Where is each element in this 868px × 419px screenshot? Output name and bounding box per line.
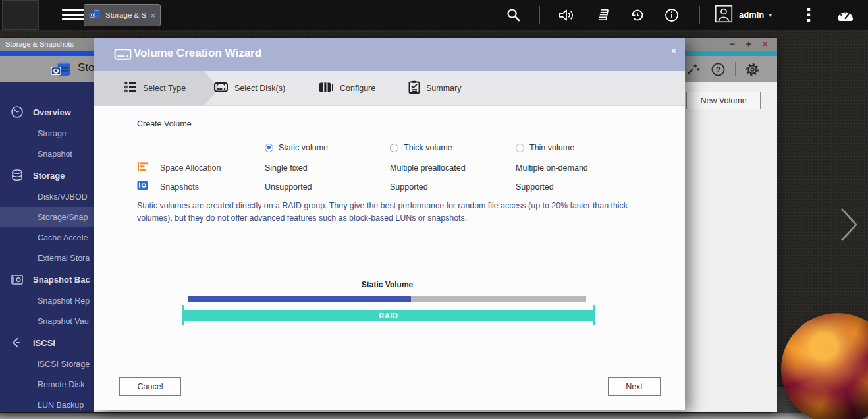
more-options-icon[interactable] (806, 7, 811, 23)
radio-thin-volume[interactable] (516, 144, 524, 152)
sidebar-item-cache-acceleration[interactable]: Cache Accele (0, 227, 94, 248)
wizard-icon[interactable] (685, 62, 700, 80)
background-tasks-icon[interactable] (630, 7, 645, 23)
snapshots-label: Snapshots (160, 182, 199, 192)
topbar-separator (539, 6, 540, 24)
sidebar-item-snapshot-overview[interactable]: Snapshot (0, 144, 94, 164)
wizard-content: Create Volume Static volume Thick volume… (94, 105, 685, 410)
maximize-button[interactable]: + (746, 40, 751, 49)
database-icon (11, 169, 24, 182)
sidebar-item-lun-backup[interactable]: LUN Backup (0, 395, 94, 412)
next-desktop-page-icon[interactable] (838, 205, 860, 244)
thick-snapshots: Supported (390, 182, 428, 192)
storage-app-icon (50, 58, 72, 83)
raid-cap-right (593, 305, 595, 325)
sidebar-item-storage-overview[interactable]: Storage (0, 123, 94, 144)
tab-app-icon (89, 8, 101, 23)
snapshots-icon (137, 181, 148, 193)
space-allocation-icon (137, 161, 148, 175)
window-title: Storage & Snapshots (0, 40, 74, 48)
next-button[interactable]: Next (608, 377, 661, 396)
settings-gear-icon[interactable] (745, 62, 760, 80)
volume-type-description: Static volumes are created directly on a… (137, 200, 630, 225)
tab-close-icon[interactable]: × (150, 11, 155, 20)
option-thin-volume[interactable]: Thin volume (516, 143, 574, 152)
info-icon[interactable] (664, 7, 680, 23)
desktop-floor (0, 413, 868, 419)
radio-static-volume[interactable] (265, 144, 273, 152)
volume-fill (188, 296, 411, 302)
sidebar-item-snapshot-replica[interactable]: Snapshot Rep (0, 291, 94, 311)
app-tab-storage-snapshots[interactable]: Storage & Sna... × (84, 4, 161, 26)
volume-usage-bar (188, 296, 586, 302)
option-thick-volume[interactable]: Thick volume (390, 143, 452, 152)
dialog-close-icon[interactable]: × (670, 45, 677, 57)
sidebar-item-remote-disk[interactable]: Remote Disk (0, 374, 94, 395)
diagram-volume-label: Static Volume (188, 280, 586, 289)
create-volume-label: Create Volume (137, 119, 192, 128)
raid-icon (319, 81, 334, 96)
sidebar-item-overview[interactable]: Overview (0, 101, 94, 123)
step-select-disks[interactable]: Select Disk(s) (213, 71, 285, 105)
sidebar-item-snapshot-vault[interactable]: Snapshot Vau (0, 311, 94, 331)
window-close-button[interactable]: × (763, 40, 768, 49)
snapshot-folder-icon (11, 273, 24, 286)
dialog-header: Volume Creation Wizard × (94, 38, 685, 71)
thin-snapshots: Supported (516, 182, 554, 192)
wizard-steps-bar: Select Type Select Disk(s) Configure Sum… (94, 71, 685, 106)
raid-label: RAID (379, 312, 398, 320)
admin-menu[interactable]: admin ▾ (739, 0, 772, 30)
option-static-volume[interactable]: Static volume (265, 143, 328, 152)
screen: Storage & Snapshots − + × Storag (0, 0, 868, 419)
header-separator (735, 62, 736, 76)
thin-space-allocation: Multiple on-demand (516, 163, 588, 173)
chevron-down-icon: ▾ (769, 11, 772, 18)
sidebar-item-iscsi-storage[interactable]: iSCSI Storage (0, 354, 94, 374)
step-summary[interactable]: Summary (408, 71, 461, 105)
iscsi-arrow-icon (11, 336, 24, 349)
sidebar-item-external-storage[interactable]: External Stora (0, 248, 94, 268)
step-select-type[interactable]: Select Type (124, 71, 186, 105)
space-allocation-label: Space Allocation (160, 163, 221, 173)
checklist-icon (408, 80, 420, 96)
radio-thick-volume[interactable] (390, 144, 398, 152)
user-avatar-icon[interactable] (715, 5, 733, 22)
static-snapshots: Unsupported (265, 182, 312, 192)
volume-creation-wizard-dialog: Volume Creation Wizard × Select Type Sel… (94, 38, 685, 410)
raid-group-diagram: RAID (182, 305, 595, 325)
event-log-icon[interactable] (596, 7, 611, 23)
thick-space-allocation: Multiple preallocated (390, 163, 466, 173)
tab-label: Storage & Sna... (105, 11, 146, 19)
wallpaper-sphere-logo (781, 313, 868, 419)
sidebar-item-iscsi[interactable]: iSCSI (0, 331, 94, 354)
step-configure[interactable]: Configure (319, 71, 375, 105)
disk-icon (213, 80, 229, 96)
minimize-button[interactable]: − (729, 40, 734, 49)
svg-text:?: ? (716, 65, 721, 74)
main-menu-icon[interactable] (62, 9, 84, 24)
help-icon[interactable]: ? (711, 62, 726, 80)
topbar-separator (699, 6, 700, 24)
dialog-title: Volume Creation Wizard (134, 47, 261, 60)
main-menu-bar: Storage & Sna... × admin ▾ (0, 0, 868, 30)
admin-label: admin (739, 10, 764, 20)
sidebar-item-storage-snapshots[interactable]: Storage/Snap (0, 207, 94, 227)
sidebar-item-snapshot-backup[interactable]: Snapshot Bac (0, 268, 94, 291)
sidebar: Overview Storage Snapshot Storage Disks/… (0, 82, 94, 412)
list-radio-icon (124, 80, 137, 96)
gauge-icon (11, 105, 24, 119)
drive-icon (114, 47, 132, 64)
dashboard-icon[interactable] (835, 7, 855, 23)
new-volume-button[interactable]: New Volume (686, 92, 761, 109)
volume-icon[interactable] (558, 7, 575, 23)
sidebar-item-disks-vjbod[interactable]: Disks/VJBOD (0, 186, 94, 207)
static-space-allocation: Single fixed (265, 163, 308, 173)
raid-bar: RAID (184, 310, 593, 321)
sidebar-item-storage[interactable]: Storage (0, 164, 94, 186)
corner-tile (2, 0, 39, 30)
cancel-button[interactable]: Cancel (119, 377, 181, 396)
search-icon[interactable] (506, 7, 521, 23)
